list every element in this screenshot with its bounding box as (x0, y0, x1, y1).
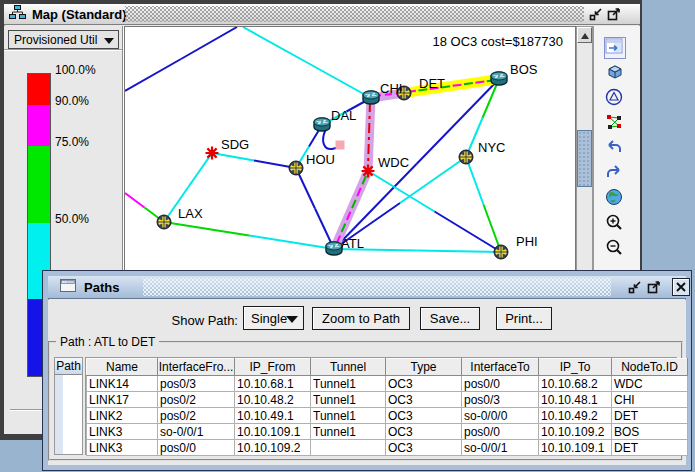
map-window-titlebar[interactable]: Map (Standard) (4, 4, 640, 25)
node-NYC[interactable] (459, 150, 473, 164)
paths-window-titlebar[interactable]: Paths (48, 276, 686, 299)
link-wdc-phi[interactable] (368, 171, 435, 212)
node-PHI[interactable] (494, 245, 508, 259)
layout-circle-icon[interactable] (605, 88, 625, 108)
table-cell: 10.10.48.1 (539, 392, 612, 408)
table-cell: Tunnel1 (311, 392, 386, 408)
minimize-button[interactable] (589, 7, 603, 21)
table-cell: LINK3 (87, 440, 158, 456)
table-cell: 10.10.109.2 (539, 424, 612, 440)
table-cell: OC3 (386, 424, 462, 440)
column-header-interfacefro[interactable]: InterfaceFro... (158, 359, 235, 376)
link-wdc-phi[interactable] (435, 212, 502, 253)
node-label-BOS: BOS (510, 62, 538, 77)
node-DAL[interactable] (314, 118, 330, 131)
desktop: Map (Standard) Provisioned Util (0, 0, 695, 472)
link-lax-offscreen[interactable] (125, 193, 145, 208)
node-LAX[interactable] (157, 215, 171, 229)
scrollbar-up-button[interactable] (577, 27, 592, 43)
table-cell: Tunnel1 (311, 376, 386, 392)
legend-label: 100.0% (55, 63, 96, 77)
globe-icon[interactable] (605, 188, 625, 208)
node-SDG[interactable] (206, 147, 219, 160)
zoom-to-path-button[interactable]: Zoom to Path (312, 307, 410, 330)
paths-window-content: Show Path: Single Zoom to Path Save... P… (48, 300, 686, 465)
table-cell: OC3 (386, 440, 462, 456)
table-cell: Tunnel1 (311, 424, 386, 440)
map-window-title: Map (Standard) (32, 7, 127, 22)
link-offscreen-nw[interactable] (181, 27, 237, 59)
table-row[interactable]: LINK14pos0/310.10.68.1Tunnel1OC3pos0/010… (87, 376, 688, 392)
path-column-header[interactable]: Path (55, 358, 82, 375)
node-HOU[interactable] (289, 161, 303, 175)
table-row[interactable]: LINK17pos0/210.10.48.2Tunnel1OC3pos0/310… (87, 392, 688, 408)
column-header-tunnel[interactable]: Tunnel (311, 359, 386, 376)
cube-3d-icon[interactable] (605, 63, 625, 83)
path-groupbox-title: Path : ATL to DET (56, 335, 159, 349)
router-icon (491, 72, 507, 80)
link-atl-phi[interactable] (418, 251, 502, 253)
node-CHI[interactable] (363, 91, 379, 104)
table-row[interactable]: LINK3so-0/0/110.10.109.1Tunnel1OC3pos0/0… (87, 424, 688, 440)
close-button[interactable] (672, 278, 690, 296)
link-sdg-hou[interactable] (212, 153, 254, 161)
column-header-ipfrom[interactable]: IP_From (235, 359, 311, 376)
link-offscreen-chi[interactable] (307, 63, 371, 99)
table-cell: DET (612, 408, 688, 424)
scrollbar-thumb[interactable] (577, 130, 592, 187)
star-icon (366, 169, 371, 174)
maximize-button[interactable] (647, 280, 661, 294)
legend-segment (28, 146, 50, 223)
table-cell: so-0/0/1 (158, 424, 235, 440)
link-lax-atl[interactable] (164, 222, 249, 236)
zoom-out-icon[interactable] (605, 238, 625, 258)
column-header-nodetoid[interactable]: NodeTo.ID (612, 359, 688, 376)
node-stub[interactable] (336, 141, 345, 150)
column-header-name[interactable]: Name (87, 359, 158, 376)
link-sdg-lax[interactable] (188, 153, 212, 188)
undo-icon[interactable] (605, 138, 625, 158)
node-label-DAL: DAL (331, 108, 356, 123)
table-cell: LINK3 (87, 424, 158, 440)
path-groupbox: Path : ATL to DET Path NameInterfaceFro.… (48, 341, 683, 461)
utilization-selector[interactable]: Provisioned Util (8, 30, 119, 49)
table-row[interactable]: LINK2pos0/210.10.49.1Tunnel1OC3so-0/0/01… (87, 408, 688, 424)
legend-segment (28, 74, 50, 105)
table-cell: OC3 (386, 392, 462, 408)
link-offscreen-chi[interactable] (243, 27, 307, 63)
column-header-interfaceto[interactable]: InterfaceTo (462, 359, 539, 376)
zoom-in-icon[interactable] (605, 213, 625, 233)
redo-icon[interactable] (605, 163, 625, 183)
maximize-button[interactable] (607, 7, 621, 21)
paths-toolbar: Show Path: Single Zoom to Path Save... P… (48, 300, 686, 338)
node-ATL[interactable] (326, 242, 342, 255)
network-sitemap-icon (9, 5, 26, 23)
link-nyc-phi[interactable] (466, 157, 484, 205)
table-cell: pos0/3 (158, 376, 235, 392)
paths-window-title: Paths (84, 280, 119, 295)
table-cell: LINK14 (87, 376, 158, 392)
table-cell: LINK2 (87, 408, 158, 424)
table-cell: 10.10.109.1 (235, 424, 311, 440)
table-cell: OC3 (386, 408, 462, 424)
table-row[interactable]: LINK3pos0/010.10.109.2OC3so-0/0/110.10.1… (87, 440, 688, 456)
link-offscreen-nw[interactable] (125, 59, 181, 91)
node-WDC[interactable] (362, 165, 375, 178)
star-icon (210, 151, 215, 156)
show-path-selector[interactable]: Single (243, 306, 304, 330)
table-cell (311, 440, 386, 456)
save-button[interactable]: Save... (420, 307, 480, 330)
node-BOS[interactable] (491, 72, 507, 85)
column-header-type[interactable]: Type (386, 359, 462, 376)
east-pane-icon[interactable] (605, 38, 625, 58)
column-header-ipto[interactable]: IP_To (539, 359, 612, 376)
link-nyc-phi[interactable] (484, 205, 502, 253)
print-button[interactable]: Print... (496, 307, 552, 330)
node-label-CHI: CHI (380, 81, 402, 96)
link-lax-atl[interactable] (249, 236, 334, 250)
node-label-NYC: NYC (478, 140, 505, 155)
topology-icon[interactable] (605, 113, 625, 133)
node-label-DET: DET (419, 76, 445, 91)
links-table-grid: NameInterfaceFro...IP_FromTunnelTypeInte… (86, 358, 688, 456)
minimize-button[interactable] (628, 280, 642, 294)
